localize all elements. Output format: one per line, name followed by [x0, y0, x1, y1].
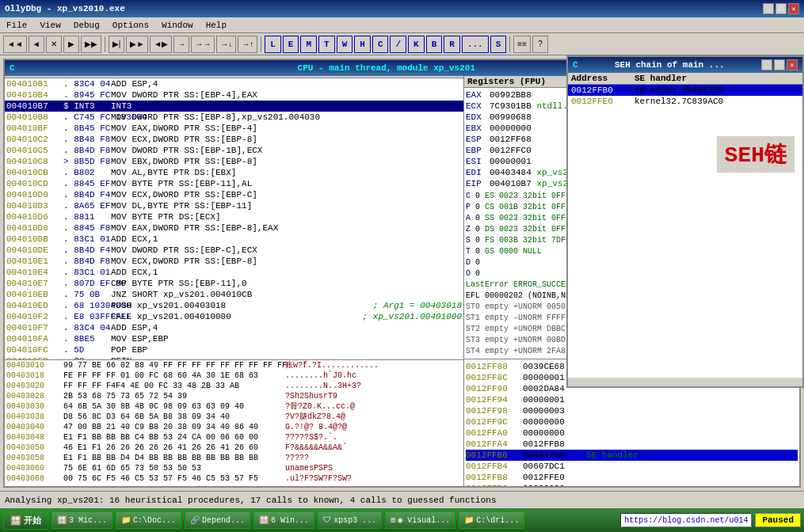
stack-row[interactable]: 0012FF9400000001	[466, 394, 798, 405]
toolbar-label-t[interactable]: T	[318, 36, 335, 53]
toolbar-back-trace[interactable]: →↑	[238, 36, 257, 53]
start-button[interactable]: 🪟 开始	[3, 511, 48, 530]
seh-content[interactable]: 0012FFB0xp_vs201.004017D90012FFE0kernel3…	[568, 85, 802, 378]
disasm-row[interactable]: 004010DB. 83C1 01ADD ECX,1	[5, 234, 463, 245]
toolbar-step-over[interactable]: ▶►	[126, 36, 148, 53]
disasm-row[interactable]: 004010C5. 8B4D F8MOV DWORD PTR SS:[EBP-1…	[5, 145, 463, 156]
disasm-row[interactable]: 004010F7. 83C4 04ADD ESP,4	[5, 322, 463, 333]
toolbar-trace[interactable]: →↓	[216, 36, 236, 53]
taskbar-item-4[interactable]: 🛡xpsp3 ...	[318, 511, 382, 529]
stack-row[interactable]: 0012FF9800000003	[466, 405, 798, 416]
seh-row[interactable]: 0012FFB0xp_vs201.004017D9	[568, 85, 802, 96]
toolbar-label-l[interactable]: L	[265, 36, 281, 53]
disasm-row[interactable]: 004010C8> 8B5D F8MOV EBX,DWORD PTR SS:[E…	[5, 156, 463, 167]
disasm-row[interactable]: 004010DE. 8B4D F4MOV DWORD PTR SS:[EBP-C…	[5, 245, 463, 256]
seh-row-handler: xp_vs201.004017D9	[634, 85, 799, 96]
disasm-row[interactable]: 004010E7. 807D EF 00CMP BYTE PTR SS:[EBP…	[5, 278, 463, 289]
hex-row[interactable]: 0040305046 E1 F1 26 26 26 26 26 41 26 26…	[5, 443, 463, 453]
disasm-row[interactable]: 004010D0. 8B4D F4MOV ECX,DWORD PTR SS:[E…	[5, 189, 463, 200]
disasm-row[interactable]: 004010FA. 8BE5MOV ESP,EBP	[5, 333, 463, 344]
hex-row[interactable]: 00403048E1 F1 BB BB BB C4 BB 53 24 CA 00…	[5, 432, 463, 443]
toolbar-label-dots[interactable]: ...	[462, 36, 489, 53]
taskbar-item-2[interactable]: 🔗Depend...	[185, 511, 250, 529]
toolbar-rewind[interactable]: ◄◄	[3, 36, 27, 53]
disasm-row[interactable]: 004010CD. 8845 EFMOV BYTE PTR SS:[EBP-11…	[5, 178, 463, 189]
stack-row[interactable]: 0012FFB80012FFE0	[466, 472, 798, 483]
toolbar-label-c[interactable]: C	[372, 36, 389, 53]
toolbar-help[interactable]: ?	[532, 36, 548, 53]
hex-row[interactable]: 0040301099 77 BE 66 02 88 49 FF FF FF FF…	[5, 360, 463, 370]
menu-window[interactable]: Window	[158, 21, 196, 30]
hex-row[interactable]: 0040303064 6B 5A 30 8B 4B 0C 98 09 63 63…	[5, 401, 463, 412]
stack-row[interactable]: 0012FFA40012FFB8	[466, 439, 798, 450]
stack-row[interactable]: 0012FFB400607DC1	[466, 461, 798, 472]
toolbar-step-out[interactable]: ◄▶	[150, 36, 172, 53]
seh-minimize[interactable]: _	[761, 59, 772, 70]
toolbar-prev[interactable]: ◄	[29, 36, 44, 53]
menu-view[interactable]: View	[36, 21, 63, 30]
toolbar-label-s[interactable]: S	[490, 36, 507, 53]
stack-row[interactable]: 0012FFA000000000	[466, 428, 798, 439]
seh-row[interactable]: 0012FFE0kernel32.7C839AC0	[568, 96, 802, 107]
taskbar-item-3[interactable]: 🪟6 Win...	[253, 511, 314, 529]
maximize-button[interactable]: □	[775, 3, 787, 14]
toolbar-play[interactable]: ▶	[63, 36, 79, 53]
disasm-row[interactable]: 004010BF. 8B45 FCMOV EAX,DWORD PTR SS:[E…	[5, 123, 463, 134]
disasm-row[interactable]: 004010C2. 8B48 F8MOV ECX,DWORD PTR SS:[E…	[5, 134, 463, 145]
disasm-row[interactable]: 004010FC. 5DPOP EBP	[5, 344, 463, 355]
disasm-row[interactable]: 004010ED. 68 10304000PUSH xp_vs201.00403…	[5, 300, 463, 311]
toolbar-label-w[interactable]: W	[337, 36, 353, 53]
toolbar-label-h[interactable]: H	[354, 36, 371, 53]
taskbar-item-5[interactable]: ⊞◉ Visual...	[385, 511, 455, 529]
minimize-button[interactable]: _	[763, 3, 774, 14]
disasm-content[interactable]: 004010B1. 83C4 04ADD ESP,4004010B4. 8945…	[5, 78, 463, 359]
menu-help[interactable]: Help	[203, 21, 230, 30]
toolbar-label-k[interactable]: K	[408, 36, 425, 53]
toolbar-label-e[interactable]: E	[283, 36, 299, 53]
hex-row[interactable]: 00403038D8 56 8C D3 64 6B 5A B8 38 09 34…	[5, 412, 463, 422]
disasm-row[interactable]: 004010EB. 75 0BJNZ SHORT xp_vs201.004010…	[5, 289, 463, 300]
hex-row[interactable]: 0040304047 00 BB 21 40 C9 B8 20 38 09 34…	[5, 422, 463, 432]
disasm-row[interactable]: 004010CB. B802MOV AL,BYTE PTR DS:[EBX]	[5, 167, 463, 178]
toolbar-modules[interactable]: ≡≡	[513, 36, 531, 53]
hex-row[interactable]: 00403018FE FF FF FF 01 00 FC 68 60 4A 30…	[5, 370, 463, 381]
disasm-row[interactable]: 004010D6. 8811MOV BYTE PTR DS:[ECX]	[5, 211, 463, 222]
toolbar-run-expr[interactable]: →→	[191, 36, 215, 53]
stack-row[interactable]: 0012FFBC00000000	[466, 483, 798, 486]
disasm-row[interactable]: 004010B7$ INT3INT3	[5, 101, 463, 112]
close-button[interactable]: ✕	[788, 3, 799, 14]
toolbar-stop[interactable]: ✕	[46, 36, 62, 53]
disasm-row[interactable]: 004010F2. E8 03FFFFFFCALL xp_vs201.00401…	[5, 311, 463, 322]
taskbar-item-6[interactable]: 📁C:\dri...	[459, 511, 524, 529]
seh-close[interactable]: ✕	[787, 59, 798, 70]
stack-row[interactable]: 0012FFB0004017D9SE handler	[466, 450, 798, 461]
menu-file[interactable]: File	[3, 21, 30, 30]
seh-maximize[interactable]: □	[774, 59, 785, 70]
hex-row[interactable]: 00403058E1 F1 BB BB D4 D4 BB BB BB BB BB…	[5, 453, 463, 463]
taskbar-item-0[interactable]: 🪟3 Mic...	[51, 511, 112, 529]
disasm-row[interactable]: 004010B4. 8945 FCMOV DWORD PTR SS:[EBP-4…	[5, 89, 463, 101]
toolbar-run-to[interactable]: →	[173, 36, 189, 53]
toolbar-step-into[interactable]: ▶|	[109, 36, 125, 53]
hex-row[interactable]: 004030282B 53 68 75 73 65 72 54 39 ?Sh2S…	[5, 391, 463, 401]
toolbar-label-m[interactable]: M	[300, 36, 317, 53]
menu-options[interactable]: Options	[109, 21, 152, 30]
stack-row[interactable]: 0012FF9C00000000	[466, 416, 798, 428]
hex-row[interactable]: 00403020FF FF FF F4F4 4E 00 FC 33 48 2B …	[5, 381, 463, 391]
menu-debug[interactable]: Debug	[70, 21, 103, 30]
disasm-row[interactable]: 004010B8. C745 FC 183004MOV DWORD PTR SS…	[5, 112, 463, 123]
taskbar-item-1[interactable]: 📁C:\Doc...	[116, 511, 181, 529]
disasm-instr: MOV ESP,EBP	[111, 333, 462, 344]
toolbar-pause[interactable]: ▶▶	[81, 36, 101, 53]
hex-content[interactable]: 0040301099 77 BE 66 02 88 49 FF FF FF FF…	[5, 360, 463, 486]
disasm-row[interactable]: 004010D8. 8845 F8MOV EAX,DWORD PTR SS:[E…	[5, 222, 463, 234]
toolbar-label-b[interactable]: B	[426, 36, 443, 53]
disasm-row[interactable]: 004010E1. 8B4D F8MOV ECX,DWORD PTR SS:[E…	[5, 256, 463, 267]
hex-row[interactable]: 0040306075 6E 61 6D 65 73 50 53 50 53 un…	[5, 463, 463, 473]
toolbar-label-slash[interactable]: /	[390, 36, 406, 53]
disasm-row[interactable]: 004010E4. 83C1 01ADD ECX,1	[5, 267, 463, 278]
disasm-row[interactable]: 004010D3. 8A65 EFMOV DL,BYTE PTR SS:[EBP…	[5, 200, 463, 211]
hex-row[interactable]: 0040306800 75 6C F5 46 C5 53 57 F5 46 C5…	[5, 473, 463, 484]
toolbar-label-r[interactable]: R	[444, 36, 460, 53]
disasm-row[interactable]: 004010B1. 83C4 04ADD ESP,4	[5, 78, 463, 89]
